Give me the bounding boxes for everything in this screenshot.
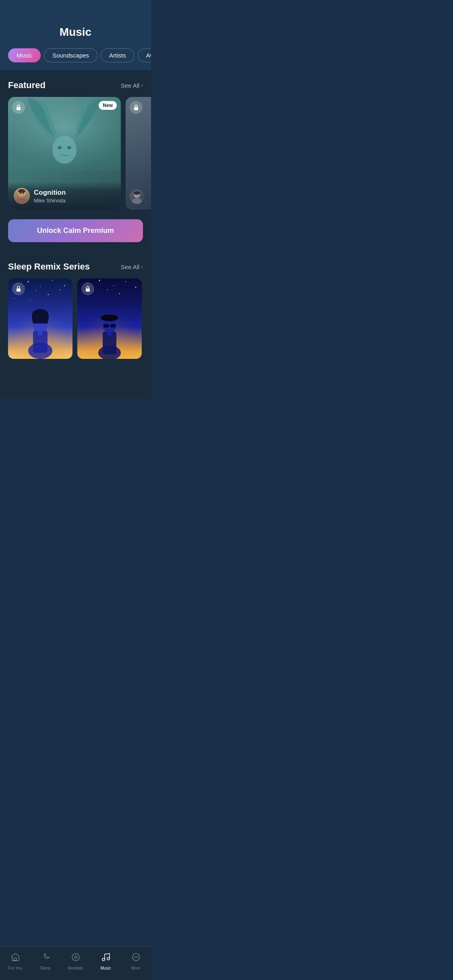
sleep-remix-see-all[interactable]: See All ›	[121, 264, 143, 270]
tab-artists[interactable]: Artists	[101, 48, 134, 62]
svg-point-33	[113, 285, 114, 286]
featured-see-all[interactable]: See All ›	[121, 82, 143, 89]
featured-card-2[interactable]	[126, 97, 151, 210]
mike-shinoda-avatar	[14, 188, 30, 204]
sleep-card-2-lock	[81, 282, 94, 295]
cognition-track-name: Cognition	[34, 189, 66, 197]
svg-rect-43	[103, 324, 109, 327]
cognition-card-info: Cognition Mike Shinoda	[8, 182, 121, 210]
page-title: Music	[0, 18, 151, 48]
cognition-lock-badge	[12, 101, 25, 114]
svg-point-42	[101, 315, 118, 321]
svg-rect-29	[38, 331, 43, 336]
svg-point-14	[132, 198, 142, 204]
cognition-new-badge: New	[99, 101, 117, 110]
sleep-remix-section: Sleep Remix Series See All ›	[0, 252, 151, 363]
svg-point-17	[40, 286, 41, 287]
svg-rect-30	[17, 288, 21, 292]
featured-section-title: Featured	[8, 80, 46, 91]
featured-section-header: Featured See All ›	[0, 70, 151, 97]
content-area: Featured See All ›	[0, 70, 151, 399]
cognition-text-info: Cognition Mike Shinoda	[34, 189, 66, 204]
svg-rect-44	[110, 324, 116, 327]
svg-rect-45	[109, 325, 110, 326]
featured-chevron-icon: ›	[141, 82, 143, 89]
svg-point-34	[125, 281, 126, 282]
tab-soundscapes[interactable]: Soundscapes	[44, 48, 97, 62]
svg-rect-47	[86, 288, 90, 292]
svg-point-37	[107, 289, 108, 290]
cognition-artist-name: Mike Shinoda	[34, 198, 66, 204]
unlock-premium-button[interactable]: Unlock Calm Premium	[8, 219, 143, 242]
svg-point-35	[135, 287, 137, 288]
svg-point-19	[64, 285, 65, 286]
sleep-remix-see-all-label: See All	[121, 264, 140, 270]
featured-see-all-label: See All	[121, 82, 140, 89]
svg-point-16	[28, 281, 29, 282]
sleep-remix-chevron-icon: ›	[141, 264, 143, 270]
svg-rect-4	[17, 107, 21, 110]
sleep-card-1-lock	[12, 282, 25, 295]
svg-point-2	[58, 146, 62, 149]
sleep-card-1[interactable]	[8, 278, 72, 359]
category-tabs: Music Soundscapes Artists Available Offl…	[0, 48, 151, 70]
svg-point-10	[19, 195, 24, 197]
svg-point-6	[18, 189, 25, 193]
sleep-remix-header: Sleep Remix Series See All ›	[0, 252, 151, 278]
sleep-card-2[interactable]	[77, 278, 142, 359]
svg-point-18	[52, 280, 53, 281]
status-bar	[0, 0, 151, 18]
svg-point-32	[99, 280, 100, 281]
tab-music[interactable]: Music	[8, 48, 41, 62]
tab-available-offline[interactable]: Available Offline	[138, 48, 151, 62]
svg-point-13	[134, 191, 140, 195]
featured-scroll: New	[0, 97, 151, 210]
svg-point-1	[52, 136, 77, 164]
svg-point-8	[20, 193, 21, 194]
svg-rect-11	[134, 107, 138, 110]
svg-point-3	[67, 146, 71, 149]
card2-lock-badge	[130, 101, 143, 114]
svg-point-21	[36, 290, 37, 291]
svg-point-7	[17, 198, 27, 204]
featured-card-cognition[interactable]: New	[8, 97, 121, 210]
svg-rect-46	[107, 331, 112, 336]
svg-point-9	[23, 193, 24, 194]
sleep-remix-title: Sleep Remix Series	[8, 261, 90, 272]
sleep-cards-scroll	[0, 278, 151, 359]
svg-point-23	[60, 289, 61, 290]
